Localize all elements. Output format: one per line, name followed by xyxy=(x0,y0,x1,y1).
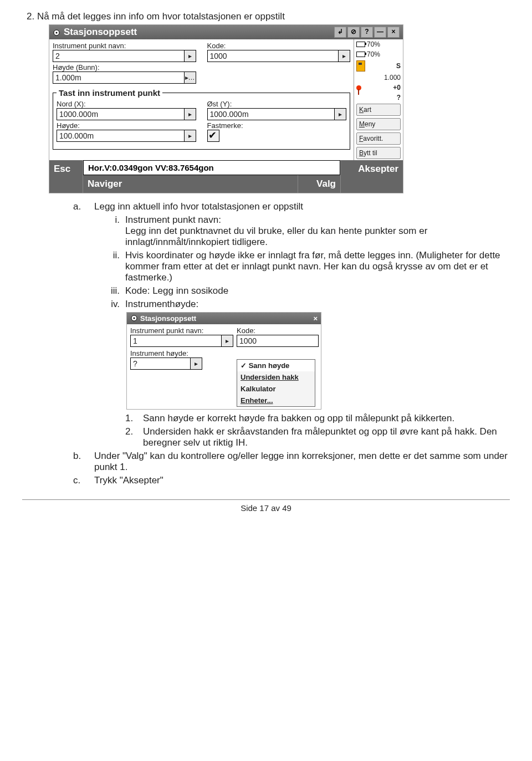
battery-icon xyxy=(356,42,365,47)
hoyde-bunn-label: Høyde (Bunn): xyxy=(53,63,196,71)
bytt-til-button[interactable]: Bytt til xyxy=(356,147,401,159)
item-ii-text: Hvis koordinater og høyde ikke er innlag… xyxy=(125,250,510,283)
item-1-text: Sann høyde er korrekt høyde fra bakken o… xyxy=(143,413,454,424)
nord-label: Nord (X): xyxy=(57,100,196,108)
close-icon[interactable]: × xyxy=(313,314,318,323)
window-title: Stasjonsoppsett xyxy=(64,27,137,38)
instrument-icon xyxy=(356,60,365,71)
dropdown-icon[interactable]: ▸ xyxy=(191,357,202,370)
marker-ii: ii. xyxy=(103,250,120,283)
dropdown-icon[interactable]: ▸ xyxy=(339,50,350,62)
heading-2: 2. Nå må det legges inn info om hvor tot… xyxy=(27,11,510,22)
app-icon xyxy=(130,314,138,322)
item-iii-text: Kode: Legg inn sosikode xyxy=(125,285,228,297)
instr-punkt-navn-input[interactable]: 1 xyxy=(130,335,222,347)
dropdown-icon[interactable]: ▸ xyxy=(222,335,233,347)
page-number: Side 17 av 49 xyxy=(22,503,510,513)
esc-button[interactable]: Esc xyxy=(49,160,83,193)
naviger-button[interactable]: Naviger xyxy=(83,175,298,193)
menu-enheter[interactable]: Enheter... xyxy=(237,395,315,406)
dropdown-icon[interactable]: ▸ xyxy=(335,108,346,120)
close-icon[interactable]: × xyxy=(387,27,400,38)
marker-iv: iv. xyxy=(103,299,120,310)
item-iv-text: Instrumenthøyde: xyxy=(125,299,198,310)
hoyde-input[interactable]: 100.000m xyxy=(57,130,185,142)
no-entry-icon[interactable]: ⊘ xyxy=(347,27,360,38)
hoyde-label: Høyde: xyxy=(57,121,196,130)
menu-kalkulator[interactable]: Kalkulator xyxy=(237,383,315,395)
marker-i: i. xyxy=(103,214,120,248)
dropdown-icon[interactable]: ▸ xyxy=(185,130,196,142)
svg-point-3 xyxy=(134,318,135,319)
window-titlebar: Stasjonsoppsett ↲ ⊘ ? — × xyxy=(49,25,403,39)
group-legend: Tast inn instrument punkt xyxy=(57,88,162,98)
hoyde-bunn-input[interactable]: 1.000m xyxy=(53,71,185,84)
instrument-hoyde-input[interactable]: ? xyxy=(130,357,191,370)
minimize-icon[interactable]: — xyxy=(374,27,386,38)
dropdown-icon[interactable]: ▸ xyxy=(185,108,196,120)
instr-punkt-navn-label: Instrument punkt navn: xyxy=(130,326,233,335)
page-separator xyxy=(22,499,510,500)
menu-sann-hoyde[interactable]: ✓ Sann høyde xyxy=(237,360,315,371)
marker-1: 1. xyxy=(125,413,137,424)
kode-input[interactable]: 1000 xyxy=(207,50,339,62)
ost-input[interactable]: 1000.000m xyxy=(207,108,335,120)
svg-point-1 xyxy=(56,32,58,34)
context-menu: ✓ Sann høyde Undersiden hakk Kalkulator … xyxy=(237,359,315,407)
question-icon: ? xyxy=(397,94,401,101)
instrument-hoyde-label: Instrument høyde: xyxy=(130,349,233,357)
item-b-text: Under "Valg" kan du kontrollere og/eller… xyxy=(94,451,510,473)
marker-b: b. xyxy=(73,451,85,473)
enter-icon[interactable]: ↲ xyxy=(334,27,346,38)
aksepter-button[interactable]: Aksepter xyxy=(341,160,403,193)
item-2-text: Undersiden hakk er skråavstanden fra mål… xyxy=(143,426,510,448)
marker-a: a. xyxy=(73,201,85,212)
item-c-text: Trykk "Aksepter" xyxy=(94,475,163,486)
nord-input[interactable]: 1000.000m xyxy=(57,108,185,120)
kode-label: Kode: xyxy=(237,326,319,335)
menu-undersiden-hakk[interactable]: Undersiden hakk xyxy=(237,371,315,383)
kart-button[interactable]: Kart xyxy=(356,104,401,116)
s-label: S xyxy=(396,62,401,70)
dropdown-icon[interactable]: ▸ xyxy=(185,50,196,62)
ost-label: Øst (Y): xyxy=(207,100,347,108)
kode-label: Kode: xyxy=(207,42,351,50)
instr-punkt-navn-input[interactable]: 2 xyxy=(53,50,185,62)
offset-value: +0 xyxy=(393,84,401,91)
s-value: 1.000 xyxy=(384,74,401,81)
status-bar: Hor.V:0.0349gon VV:83.7654gon xyxy=(83,160,340,175)
screenshot-stasjonsoppsett-full: Stasjonsoppsett ↲ ⊘ ? — × Instrument pun… xyxy=(49,24,403,193)
fastmerke-label: Fastmerke: xyxy=(207,121,347,130)
instr-punkt-navn-label: Instrument punkt navn: xyxy=(53,42,196,50)
window-title: Stasjonsoppsett xyxy=(140,314,196,323)
screenshot-stasjonsoppsett-mini: Stasjonsoppsett × Instrument punkt navn:… xyxy=(126,312,321,410)
battery-2-value: 70% xyxy=(367,50,380,58)
favoritt-button[interactable]: Favoritt. xyxy=(356,132,401,145)
help-icon[interactable]: ? xyxy=(361,27,373,38)
kode-input[interactable]: 1000 xyxy=(237,335,319,346)
battery-icon xyxy=(356,52,365,57)
marker-iii: iii. xyxy=(103,285,120,297)
tast-inn-group: Tast inn instrument punkt Nord (X): 1000… xyxy=(53,88,350,150)
fastmerke-checkbox[interactable] xyxy=(207,130,219,142)
marker-c: c. xyxy=(73,475,85,486)
marker-icon xyxy=(356,85,361,90)
more-icon[interactable]: ▸… xyxy=(185,71,196,84)
side-panel: 70% 70% S 1.000 +0 ? Kart Meny Favoritt.… xyxy=(354,39,403,160)
item-i-text: Instrument punkt navn: Legg inn det punk… xyxy=(125,214,510,248)
marker-2: 2. xyxy=(125,426,137,448)
meny-button[interactable]: Meny xyxy=(356,118,401,130)
valg-button[interactable]: Valg xyxy=(298,175,340,193)
app-icon xyxy=(53,28,60,36)
battery-1-value: 70% xyxy=(367,40,380,48)
item-a-text: Legg inn aktuell info hvor totalstasjone… xyxy=(94,201,303,212)
